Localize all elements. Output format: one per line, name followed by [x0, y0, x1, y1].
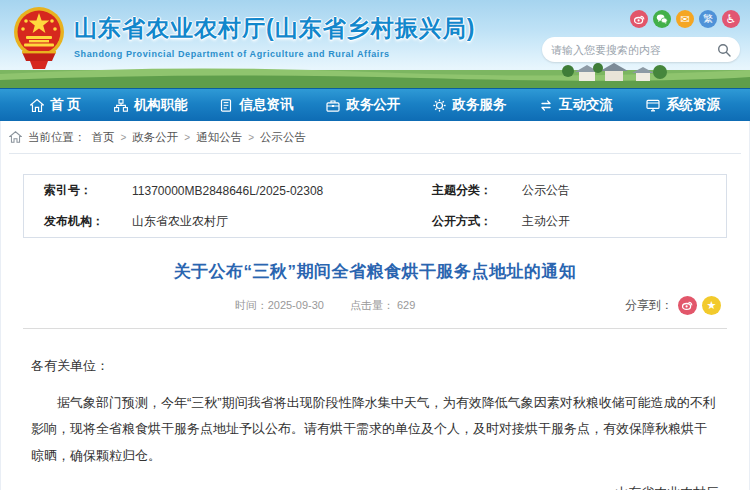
nav-item-interaction[interactable]: 互动交流 [539, 96, 613, 114]
share-bar: 分享到： ★ [625, 296, 721, 315]
time-value: 2025-09-30 [268, 299, 324, 311]
article-meta-row: 时间：2025-09-30点击量： 629 分享到： ★ [1, 298, 749, 318]
wechat-icon[interactable] [653, 10, 671, 28]
national-emblem [12, 5, 66, 75]
divider [23, 328, 727, 329]
nav-item-home[interactable]: 首 页 [30, 96, 81, 114]
share-qzone-icon[interactable]: ★ [702, 296, 721, 315]
time-label: 时间： [235, 299, 268, 311]
breadcrumb-label: 当前位置： [28, 130, 86, 145]
home-outline-icon [9, 131, 22, 143]
share-label: 分享到： [625, 297, 673, 314]
org-chart-icon [114, 99, 128, 112]
site-header: 山东省农业农村厅(山东省乡村振兴局) Shandong Provincial D… [0, 0, 750, 88]
article-meta: 时间：2025-09-30点击量： 629 [1, 298, 649, 313]
breadcrumb-item-announcements[interactable]: 公示公告 [260, 130, 306, 145]
nav-item-functions[interactable]: 机构职能 [114, 96, 188, 114]
clicks-label: 点击量： [350, 299, 394, 311]
clicks-value: 629 [397, 299, 415, 311]
index-number-value: 11370000MB2848646L/2025-02308 [132, 175, 412, 206]
index-number-label: 索引号： [24, 175, 132, 206]
disclosure-method-label: 公开方式： [412, 206, 522, 237]
publisher-value: 山东省农业农村厅 [132, 206, 412, 237]
breadcrumb: 当前位置： 首页 > 政务公开 > 通知公告 > 公示公告 [9, 121, 741, 154]
page-body: 当前位置： 首页 > 政务公开 > 通知公告 > 公示公告 索引号： 11370… [0, 121, 750, 490]
breadcrumb-item-notices[interactable]: 通知公告 [196, 130, 242, 145]
site-title: 山东省农业农村厅(山东省乡村振兴局) [74, 13, 475, 44]
site-subtitle-english: Shandong Provincial Department of Agricu… [74, 49, 475, 59]
gear-icon [433, 99, 446, 112]
article-title: 关于公布“三秋”期间全省粮食烘干服务点地址的通知 [1, 260, 749, 283]
nav-label: 互动交流 [559, 96, 613, 114]
salutation: 各有关单位： [31, 353, 719, 380]
article-body: 各有关单位： 据气象部门预测，今年“三秋”期间我省将出现阶段性降水集中天气，为有… [31, 353, 719, 470]
nav-label: 政务服务 [452, 96, 506, 114]
breadcrumb-separator: > [184, 132, 190, 143]
nav-item-gov-services[interactable]: 政务服务 [433, 96, 506, 114]
topic-category-label: 主题分类： [412, 175, 522, 206]
nav-label: 首 页 [50, 96, 81, 114]
nav-item-news[interactable]: 信息资讯 [220, 96, 293, 114]
mail-icon[interactable]: ✉ [676, 10, 694, 28]
nav-label: 政务公开 [346, 96, 400, 114]
breadcrumb-separator: > [248, 132, 254, 143]
body-paragraph: 据气象部门预测，今年“三秋”期间我省将出现阶段性降水集中天气，为有效降低气象因素… [31, 390, 719, 470]
publisher-label: 发布机构： [24, 206, 132, 237]
breadcrumb-item-disclosure[interactable]: 政务公开 [132, 130, 178, 145]
traditional-chinese-icon[interactable]: 繁 [699, 10, 717, 28]
document-icon [220, 99, 233, 112]
weibo-icon[interactable] [630, 10, 648, 28]
home-icon [30, 99, 44, 112]
nav-label: 系统资源 [666, 96, 720, 114]
briefcase-icon [326, 99, 340, 112]
disclosure-method-value: 主动公开 [522, 206, 726, 237]
quick-links: ✉ 繁 ♿ [630, 10, 740, 28]
breadcrumb-item-home[interactable]: 首页 [92, 130, 115, 145]
share-weibo-icon[interactable] [678, 296, 697, 315]
monitor-icon [646, 99, 660, 112]
nav-label: 机构职能 [134, 96, 188, 114]
search-input[interactable] [551, 44, 717, 56]
accessibility-icon[interactable]: ♿ [722, 10, 740, 28]
main-nav: 首 页 机构职能 信息资讯 政务公开 政务服务 互动交流 系统资源 [0, 88, 750, 121]
header-landscape-art [0, 58, 750, 88]
exchange-arrows-icon [539, 99, 553, 112]
nav-item-gov-disclosure[interactable]: 政务公开 [326, 96, 400, 114]
signature-org: 山东省农业农村厅 [31, 484, 719, 490]
breadcrumb-separator: > [121, 132, 127, 143]
search-icon[interactable] [717, 43, 731, 57]
search-box[interactable] [542, 37, 740, 62]
topic-category-value: 公示公告 [522, 175, 726, 206]
nav-label: 信息资讯 [239, 96, 293, 114]
document-meta-table: 索引号： 11370000MB2848646L/2025-02308 主题分类：… [23, 174, 727, 238]
nav-item-resources[interactable]: 系统资源 [646, 96, 720, 114]
